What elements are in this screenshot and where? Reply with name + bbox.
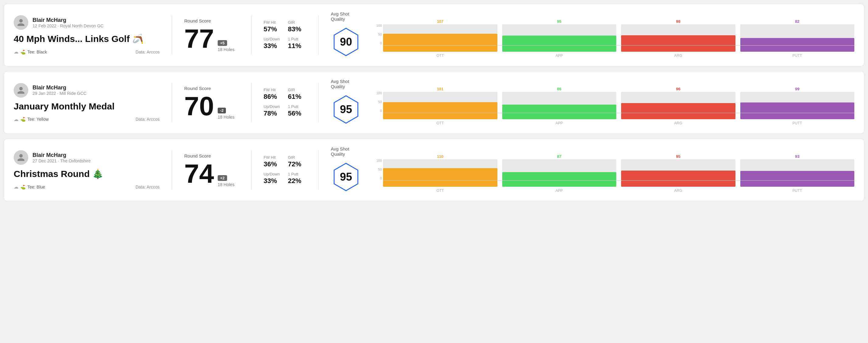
bar-label-app: APP <box>555 189 563 193</box>
y-label-50: 50 <box>373 167 382 171</box>
y-label-100: 100 <box>373 159 382 162</box>
tee-label: Tee: Blue <box>27 185 45 189</box>
chart-container: 100500101OTT86APP96ARG99PUTT <box>367 86 854 119</box>
user-name: Blair McHarg <box>33 17 103 23</box>
round-card: Blair McHarg12 Feb 2022 · Royal North De… <box>4 4 864 66</box>
user-info: Blair McHarg27 Dec 2021 · The Oxfordshir… <box>33 152 91 163</box>
tee-info: ☁⛳Tee: Blue <box>14 184 45 190</box>
stat-label-gir: GIR <box>288 88 306 92</box>
bar-col-app: 95APP <box>502 24 617 52</box>
bar-value-app: 86 <box>557 86 561 92</box>
stat-label-up-down: Up/Down <box>264 104 282 109</box>
y-label-50: 50 <box>373 100 382 104</box>
score-section: Round Score74+218 Holes <box>172 153 251 187</box>
bar-bg-arg <box>621 159 736 187</box>
card-footer: ☁⛳Tee: BlackData: Arccos <box>14 49 160 55</box>
quality-score: 90 <box>340 36 352 48</box>
stat-label-gir: GIR <box>288 20 306 25</box>
hexagon-container: 95 <box>331 160 361 194</box>
bar-bg-ott <box>383 24 497 52</box>
bar-label-ott: OTT <box>437 121 444 125</box>
score-right: +518 Holes <box>218 40 235 52</box>
stat-label-fw-hit: FW Hit <box>264 88 282 92</box>
round-title: January Monthly Medal <box>14 101 160 112</box>
bar-col-arg: 95ARG <box>621 159 736 187</box>
bar-value-putt: 93 <box>795 154 799 159</box>
round-card: Blair McHarg29 Jan 2022 · Mill Ride GCCJ… <box>4 71 864 134</box>
stat-value-gir: 83% <box>288 25 306 33</box>
stats-section: FW Hit36%GIR72%Up/Down33%1 Putt22% <box>251 155 318 185</box>
bars-wrapper: 100500101OTT86APP96ARG99PUTT <box>373 86 854 119</box>
stat-value-fw-hit: 57% <box>264 25 282 33</box>
stat-value-one-putt: 56% <box>288 110 306 117</box>
score-label: Round Score <box>184 86 239 91</box>
quality-section: Avg Shot Quality 95 <box>319 146 367 194</box>
stat-value-up-down: 33% <box>264 177 282 185</box>
bar-col-ott: 101OTT <box>383 92 497 119</box>
stat-gir: GIR61% <box>288 88 306 101</box>
hexagon-container: 95 <box>331 93 361 126</box>
stat-up-down: Up/Down33% <box>264 172 282 185</box>
stat-value-up-down: 33% <box>264 42 282 50</box>
stat-label-up-down: Up/Down <box>264 172 282 176</box>
stat-fw-hit: FW Hit57% <box>264 20 282 33</box>
data-source: Data: Arccos <box>135 185 160 189</box>
stat-label-fw-hit: FW Hit <box>264 155 282 160</box>
bar-label-putt: PUTT <box>793 189 802 193</box>
bar-value-arg: 96 <box>676 86 680 92</box>
user-info: Blair McHarg12 Feb 2022 · Royal North De… <box>33 17 103 28</box>
score-section: Round Score70-218 Holes <box>172 86 251 120</box>
chart-container: 100500110OTT87APP95ARG93PUTT <box>367 153 854 187</box>
bars-wrapper: 100500110OTT87APP95ARG93PUTT <box>373 153 854 187</box>
stat-value-gir: 61% <box>288 93 306 101</box>
bar-col-arg: 98ARG <box>621 24 736 52</box>
score-badge: +5 <box>218 40 227 46</box>
bar-bg-arg <box>621 92 736 119</box>
bar-value-arg: 95 <box>676 154 680 159</box>
bar-value-ott: 110 <box>437 154 443 159</box>
stat-value-fw-hit: 36% <box>264 160 282 168</box>
golf-bag-icon: ⛳ <box>20 50 26 55</box>
bar-bg-putt <box>740 159 855 187</box>
quality-score: 95 <box>340 170 352 183</box>
chart-container: 100500107OTT95APP98ARG82PUTT <box>367 18 854 52</box>
bar-value-putt: 99 <box>795 86 799 92</box>
bar-fill-arg <box>621 35 736 52</box>
bar-label-arg: ARG <box>674 121 682 125</box>
y-label-50: 50 <box>373 33 382 36</box>
bar-label-app: APP <box>555 54 563 58</box>
stat-value-fw-hit: 86% <box>264 93 282 101</box>
bar-bg-app <box>502 92 617 119</box>
score-right: +218 Holes <box>218 175 235 187</box>
score-badge: +2 <box>218 175 227 181</box>
bar-bg-app <box>502 159 617 187</box>
weather-icon: ☁ <box>14 117 19 122</box>
bar-fill-app <box>502 172 617 187</box>
stats-grid: FW Hit36%GIR72%Up/Down33%1 Putt22% <box>264 155 306 185</box>
user-row: Blair McHarg12 Feb 2022 · Royal North De… <box>14 15 160 30</box>
bar-fill-putt <box>740 102 855 119</box>
data-source: Data: Arccos <box>135 50 160 55</box>
bar-value-app: 87 <box>557 154 561 159</box>
score-badge: -2 <box>218 107 226 114</box>
bar-value-arg: 98 <box>676 19 680 24</box>
bar-value-ott: 101 <box>437 86 443 92</box>
card-left: Blair McHarg29 Jan 2022 · Mill Ride GCCJ… <box>14 83 172 122</box>
user-row: Blair McHarg29 Jan 2022 · Mill Ride GCC <box>14 83 160 98</box>
round-title: 40 Mph Winds... Links Golf 🪃 <box>14 33 160 44</box>
y-axis-labels: 100500 <box>373 24 382 45</box>
avatar <box>14 150 28 165</box>
bar-bg-putt <box>740 92 855 119</box>
golf-bag-icon: ⛳ <box>20 185 26 189</box>
stat-one-putt: 1 Putt56% <box>288 104 306 117</box>
user-name: Blair McHarg <box>33 85 86 91</box>
stat-gir: GIR72% <box>288 155 306 168</box>
bar-bg-ott <box>383 159 497 187</box>
bar-fill-app <box>502 36 617 52</box>
chart-baseline <box>383 180 854 181</box>
y-axis-labels: 100500 <box>373 91 382 113</box>
score-number: 77 <box>184 25 214 52</box>
stat-value-gir: 72% <box>288 160 306 168</box>
quality-section: Avg Shot Quality 95 <box>319 79 367 126</box>
bars-wrapper: 100500107OTT95APP98ARG82PUTT <box>373 18 854 52</box>
